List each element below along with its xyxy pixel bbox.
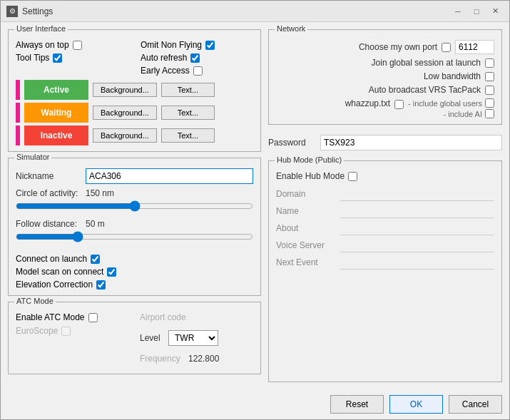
hub-about-row: About — [276, 221, 494, 235]
omit-non-flying-checkbox[interactable] — [205, 41, 215, 50]
circle-value: 150 nm — [86, 188, 118, 198]
low-bandwidth-label: Low bandwidth — [424, 71, 481, 81]
window-icon: ⚙ — [6, 6, 18, 17]
follow-value: 50 m — [86, 219, 118, 229]
early-access-checkbox[interactable] — [193, 66, 203, 76]
whazzup-suboptions: - include global users - include AI — [408, 98, 494, 118]
waiting-text-button[interactable]: Text... — [161, 106, 215, 120]
inactive-text-button[interactable]: Text... — [161, 128, 215, 143]
waiting-background-button[interactable]: Background... — [93, 106, 157, 120]
model-scan-label: Model scan on connect — [16, 267, 103, 277]
bottom-bar: Reset OK Cancel — [1, 389, 509, 419]
minimize-button[interactable]: ─ — [449, 4, 466, 19]
early-access-row: Early Access — [141, 66, 253, 76]
join-global-checkbox[interactable] — [485, 58, 494, 68]
status-rows: Active Background... Text... Waiting Bac… — [16, 80, 253, 145]
model-scan-checkbox[interactable] — [107, 267, 116, 277]
port-input[interactable] — [455, 40, 494, 54]
waiting-row: Waiting Background... Text... — [16, 103, 253, 123]
waiting-accent-bar — [16, 103, 20, 123]
nickname-input[interactable] — [86, 168, 253, 184]
connect-launch-label: Connect on launch — [16, 254, 87, 264]
password-input[interactable] — [320, 135, 502, 150]
hub-event-row: Next Event — [276, 255, 494, 270]
tool-tips-checkbox[interactable] — [53, 53, 62, 63]
right-panel: Network Choose my own port Join global s… — [268, 29, 502, 382]
frequency-label: Frequency — [140, 354, 183, 364]
auto-broadcast-row: Auto broadcast VRS TacPack — [276, 85, 494, 95]
elevation-row: Elevation Correction — [16, 280, 253, 290]
enable-atc-label: Enable ATC Mode — [16, 312, 85, 322]
hub-event-label: Next Event — [276, 257, 340, 267]
hub-voice-row: Voice Server — [276, 238, 494, 252]
titlebar: ⚙ Settings ─ □ ✕ — [1, 1, 509, 22]
left-panel: User Interface Always on top Tool Tips — [8, 29, 261, 382]
follow-slider[interactable] — [16, 230, 253, 243]
auto-refresh-checkbox[interactable] — [190, 53, 200, 63]
choose-port-checkbox[interactable] — [442, 43, 451, 52]
airport-code-row: Airport code — [140, 312, 253, 322]
always-on-top-checkbox[interactable] — [73, 41, 82, 50]
auto-refresh-label: Auto refresh — [141, 53, 187, 63]
waiting-button[interactable]: Waiting — [24, 103, 88, 123]
circle-label: Circle of activity: — [16, 188, 80, 198]
low-bandwidth-checkbox[interactable] — [485, 72, 494, 81]
active-row: Active Background... Text... — [16, 80, 253, 100]
hub-title: Hub Mode (Public) — [275, 155, 344, 164]
active-accent-bar — [16, 80, 20, 100]
enable-atc-checkbox[interactable] — [88, 313, 98, 322]
maximize-button[interactable]: □ — [468, 4, 485, 19]
elevation-checkbox[interactable] — [96, 280, 106, 290]
follow-row: Follow distance: 50 m — [16, 219, 253, 229]
hub-about-label: About — [276, 223, 340, 233]
inactive-row: Inactive Background... Text... — [16, 126, 253, 145]
level-row: Level TWR APP GND DEL CTR — [140, 330, 253, 346]
active-background-button[interactable]: Background... — [93, 83, 157, 97]
inactive-background-button[interactable]: Background... — [93, 128, 157, 143]
nickname-row: Nickname — [16, 168, 253, 184]
circle-row: Circle of activity: 150 nm — [16, 188, 253, 198]
active-button[interactable]: Active — [24, 80, 88, 100]
include-global-checkbox[interactable] — [485, 98, 494, 108]
hub-about-input[interactable] — [340, 221, 494, 235]
choose-port-row: Choose my own port — [276, 40, 494, 54]
hub-section: Hub Mode (Public) Enable Hub Mode Domain… — [268, 160, 502, 382]
follow-label: Follow distance: — [16, 219, 80, 229]
hub-domain-input[interactable] — [340, 187, 494, 201]
atc-section: ATC Mode Enable ATC Mode EuroScope — [8, 302, 261, 374]
omit-non-flying-label: Omit Non Flying — [141, 40, 202, 50]
hub-name-label: Name — [276, 206, 340, 216]
include-ai-checkbox[interactable] — [485, 109, 494, 118]
inactive-button[interactable]: Inactive — [24, 126, 88, 145]
euroscope-checkbox[interactable] — [61, 327, 71, 336]
elevation-label: Elevation Correction — [16, 280, 93, 290]
whazzup-area: whazzup.txt - include global users - inc… — [276, 98, 494, 118]
euroscope-label: EuroScope — [16, 326, 58, 336]
hub-enable-checkbox[interactable] — [348, 172, 357, 181]
auto-refresh-row: Auto refresh — [141, 53, 253, 63]
hub-voice-label: Voice Server — [276, 240, 340, 250]
tool-tips-row: Tool Tips — [16, 53, 130, 63]
window-controls: ─ □ ✕ — [449, 4, 504, 19]
close-button[interactable]: ✕ — [486, 4, 504, 19]
connect-launch-checkbox[interactable] — [91, 255, 100, 264]
hub-name-input[interactable] — [340, 204, 494, 218]
cancel-button[interactable]: Cancel — [449, 395, 502, 414]
model-scan-row: Model scan on connect — [16, 267, 253, 277]
hub-voice-input[interactable] — [340, 238, 494, 252]
window-title: Settings — [22, 6, 449, 16]
whazzup-checkbox[interactable] — [394, 100, 404, 109]
hub-enable-label: Enable Hub Mode — [276, 171, 345, 181]
auto-broadcast-checkbox[interactable] — [485, 86, 494, 95]
circle-slider[interactable] — [16, 200, 253, 212]
level-select[interactable]: TWR APP GND DEL CTR — [168, 330, 218, 346]
reset-button[interactable]: Reset — [330, 395, 384, 414]
airport-code-label: Airport code — [140, 312, 193, 322]
include-global-row: - include global users — [408, 98, 494, 108]
sim-checks: Connect on launch Model scan on connect … — [16, 254, 253, 290]
password-row: Password — [268, 135, 502, 150]
active-text-button[interactable]: Text... — [161, 83, 215, 97]
early-access-label: Early Access — [141, 66, 190, 76]
hub-event-input[interactable] — [340, 255, 494, 270]
ok-button[interactable]: OK — [389, 395, 443, 414]
